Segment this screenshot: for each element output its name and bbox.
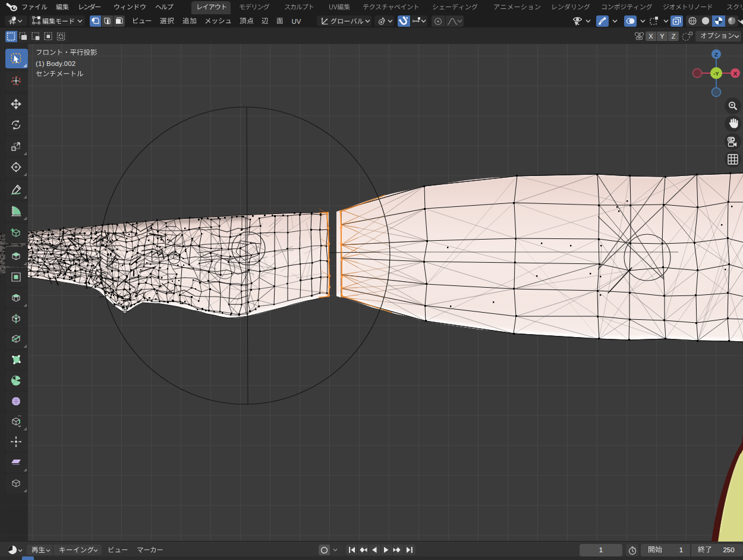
svg-text:Z: Z <box>714 51 718 58</box>
svg-text:-Y: -Y <box>714 71 719 77</box>
svg-text:X: X <box>733 70 738 77</box>
